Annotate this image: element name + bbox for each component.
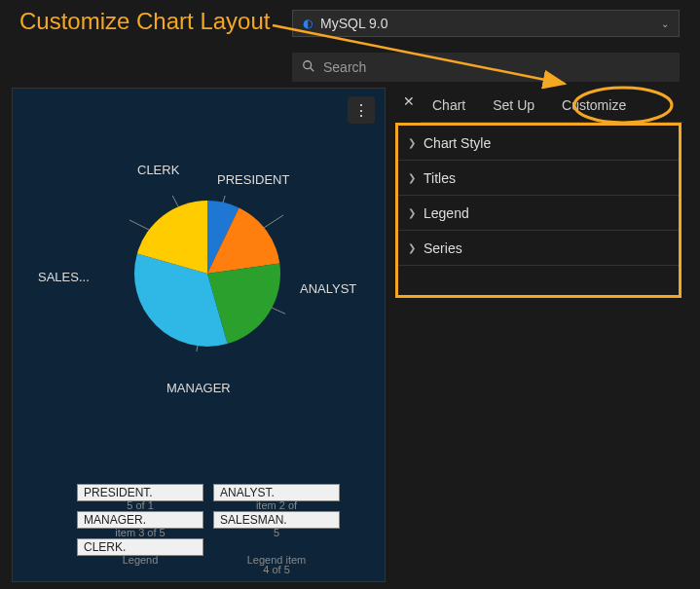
slice-label-manager: MANAGER [166,381,231,395]
slice-label-salesman: SALES... [38,270,90,284]
chart-legend: PRESIDENT. ANALYST. 5 of 1 item 2 of MAN… [77,484,340,575]
tab-setup[interactable]: Set Up [491,93,536,117]
svg-line-5 [194,346,198,351]
svg-line-7 [168,196,178,206]
section-label: Legend [424,205,469,221]
tab-customize[interactable]: Customize [560,93,628,117]
legend-caption: 5 [213,527,340,538]
slice-label-clerk: CLERK [137,163,179,177]
tab-chart[interactable]: Chart [430,93,467,117]
pie-svg [129,196,285,351]
customize-sections: ❯ Chart Style ❯ Titles ❯ Legend ❯ Series [395,123,682,298]
svg-line-4 [272,308,285,317]
dots-vertical-icon: ⋮ [353,101,369,120]
more-options-button[interactable]: ⋮ [348,96,375,124]
svg-line-3 [264,215,283,228]
section-series[interactable]: ❯ Series [398,231,679,266]
chevron-right-icon: ❯ [408,242,416,253]
panel-tabs: Chart Set Up Customize [421,88,683,123]
svg-point-0 [304,60,312,68]
slice-label-president: PRESIDENT [217,172,289,187]
close-button[interactable]: ✕ [399,90,419,113]
close-icon: ✕ [403,93,415,109]
section-label: Chart Style [424,135,491,151]
legend-caption: 4 of 5 [213,564,340,575]
svg-line-6 [129,220,149,230]
annotation-title: Customize Chart Layout [19,8,270,35]
section-titles[interactable]: ❯ Titles [398,161,679,196]
chevron-right-icon: ❯ [408,137,416,148]
chevron-right-icon: ❯ [408,172,416,183]
section-label: Series [424,240,462,256]
section-legend[interactable]: ❯ Legend [398,196,679,231]
legend-caption: item 2 of [213,499,340,511]
connection-label: MySQL 9.0 [320,16,388,31]
pie-chart: PRESIDENT ANALYST MANAGER SALES... CLERK [61,166,344,439]
search-icon [302,59,315,76]
section-label: Titles [424,170,456,186]
chart-preview-panel: ⋮ PRESIDENT ANALYST MANAGER SALES... CLE… [12,88,386,582]
section-chart-style[interactable]: ❯ Chart Style [398,126,679,161]
search-input[interactable]: Search [292,53,680,82]
svg-line-2 [223,196,229,202]
search-placeholder: Search [323,59,366,75]
svg-line-1 [311,67,314,71]
slice-label-analyst: ANALYST [300,281,356,296]
connection-dropdown[interactable]: ◐ MySQL 9.0 ⌄ [292,10,680,37]
legend-caption: 5 of 1 [77,499,203,511]
legend-caption: Legend [77,554,203,566]
customize-panel: ✕ Chart Set Up Customize ❯ Chart Style ❯… [393,88,683,582]
legend-caption: item 3 of 5 [77,527,203,538]
chevron-down-icon: ⌄ [661,18,669,29]
chevron-right-icon: ❯ [408,207,416,218]
database-icon: ◐ [303,17,313,30]
